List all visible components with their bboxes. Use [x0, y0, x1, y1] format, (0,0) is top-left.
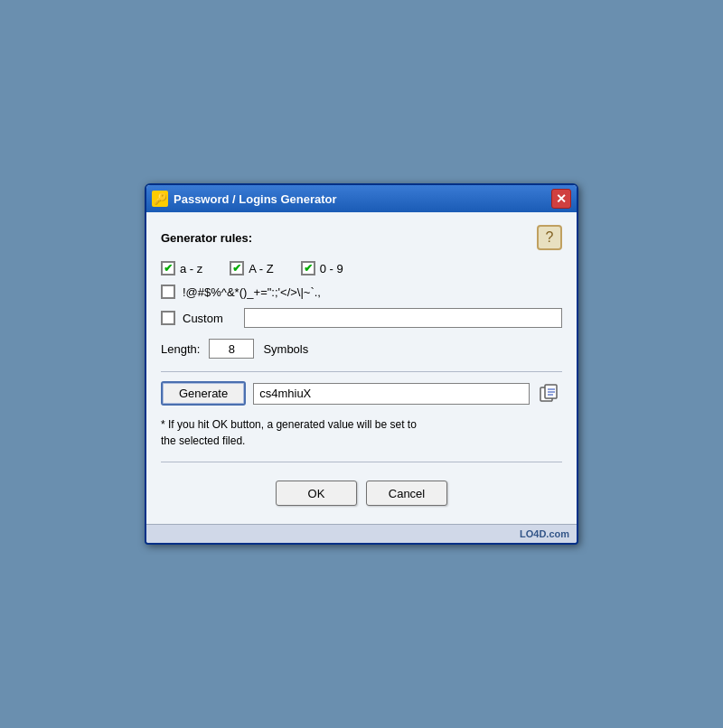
cancel-button[interactable]: Cancel: [366, 481, 447, 506]
section-header: Generator rules: ?: [161, 225, 562, 250]
title-bar-left: 🔑 Password / Logins Generator: [152, 191, 337, 207]
length-input[interactable]: [209, 339, 254, 359]
checkbox-AZ[interactable]: ✔ A - Z: [230, 261, 273, 275]
copy-icon[interactable]: [537, 383, 562, 405]
footer-logo: LO4D.com: [520, 528, 569, 539]
checkbox-09-box[interactable]: ✔: [301, 261, 315, 275]
info-text: * If you hit OK button, a generated valu…: [161, 416, 562, 449]
divider-2: [161, 462, 562, 462]
footer: LO4D.com: [146, 524, 577, 543]
ok-button[interactable]: OK: [276, 481, 357, 506]
length-row: Length: Symbols: [161, 339, 562, 359]
generate-row: Generate: [161, 381, 562, 406]
label-AZ: A - Z: [249, 262, 273, 275]
password-generator-window: 🔑 Password / Logins Generator ✕ Generato…: [145, 183, 578, 545]
symbols-label: Symbols: [263, 342, 308, 356]
close-button[interactable]: ✕: [551, 189, 571, 209]
content-area: Generator rules: ? ✔ a - z ✔ A - Z ✔: [146, 212, 577, 524]
custom-input[interactable]: [244, 308, 562, 328]
label-az: a - z: [180, 262, 202, 275]
divider-1: [161, 371, 562, 372]
generate-button[interactable]: Generate: [161, 381, 246, 406]
checkmark-AZ: ✔: [232, 263, 241, 274]
checkbox-09[interactable]: ✔ 0 - 9: [301, 261, 343, 275]
checkbox-AZ-box[interactable]: ✔: [230, 261, 244, 275]
special-chars-row: !@#$%^&*()_+=":;'</>\|~`.,: [161, 285, 562, 299]
generator-rules-label: Generator rules:: [161, 231, 252, 245]
checkmark-az: ✔: [164, 263, 173, 274]
window-title: Password / Logins Generator: [174, 192, 337, 206]
label-special: !@#$%^&*()_+=":;'</>\|~`.,: [183, 285, 321, 299]
help-button[interactable]: ?: [537, 225, 562, 250]
label-09: 0 - 9: [320, 262, 343, 275]
checkmark-09: ✔: [304, 263, 313, 274]
generated-value-input[interactable]: [253, 383, 530, 405]
window-icon: 🔑: [152, 191, 168, 207]
length-label: Length:: [161, 342, 200, 356]
title-bar: 🔑 Password / Logins Generator ✕: [146, 185, 577, 212]
checkbox-special-box[interactable]: [161, 285, 175, 299]
charset-checkboxes-row: ✔ a - z ✔ A - Z ✔ 0 - 9: [161, 261, 562, 275]
custom-row: Custom: [161, 308, 562, 328]
bottom-buttons: OK Cancel: [161, 471, 562, 511]
checkbox-az[interactable]: ✔ a - z: [161, 261, 202, 275]
checkbox-az-box[interactable]: ✔: [161, 261, 175, 275]
label-custom: Custom: [183, 312, 237, 325]
checkbox-custom-box[interactable]: [161, 311, 175, 325]
